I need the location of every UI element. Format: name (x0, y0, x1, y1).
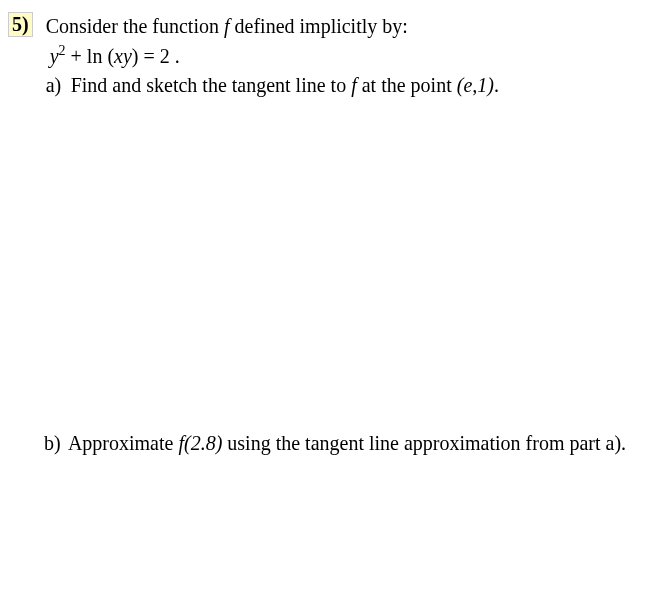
prompt-text-2: defined implicitly by: (235, 15, 408, 37)
problem-prompt: Consider the function f defined implicit… (46, 12, 636, 40)
equation: y2 + ln (xy) = 2 . (50, 40, 636, 72)
part-a-label: a) (46, 74, 66, 97)
eq-y: y (50, 45, 59, 67)
part-b: b) Approximate f(2.8) using the tangent … (44, 432, 634, 455)
part-a-point: (e,1) (457, 74, 494, 96)
part-a: a) Find and sketch the tangent line to f… (46, 74, 636, 97)
part-a-period: . (494, 74, 499, 96)
part-b-label: b) (44, 432, 64, 455)
problem-number: 5) (8, 12, 33, 37)
part-b-text-1: Approximate (68, 432, 179, 454)
prompt-function-var: f (219, 15, 235, 37)
part-b-text-2: using the tangent line approximation fro… (222, 432, 626, 454)
part-a-text-1: Find and sketch the tangent line to (71, 74, 352, 96)
problem-body: Consider the function f defined implicit… (46, 12, 636, 97)
part-a-text-2: at the point (357, 74, 457, 96)
eq-exponent: 2 (59, 43, 66, 58)
prompt-text-1: Consider the function (46, 15, 219, 37)
eq-end: ) = 2 . (132, 45, 180, 67)
problem-container: 5) Consider the function f defined impli… (0, 0, 657, 105)
part-b-f: f(2.8) (178, 432, 222, 454)
eq-xy: xy (114, 45, 132, 67)
eq-mid: + ln ( (66, 45, 115, 67)
